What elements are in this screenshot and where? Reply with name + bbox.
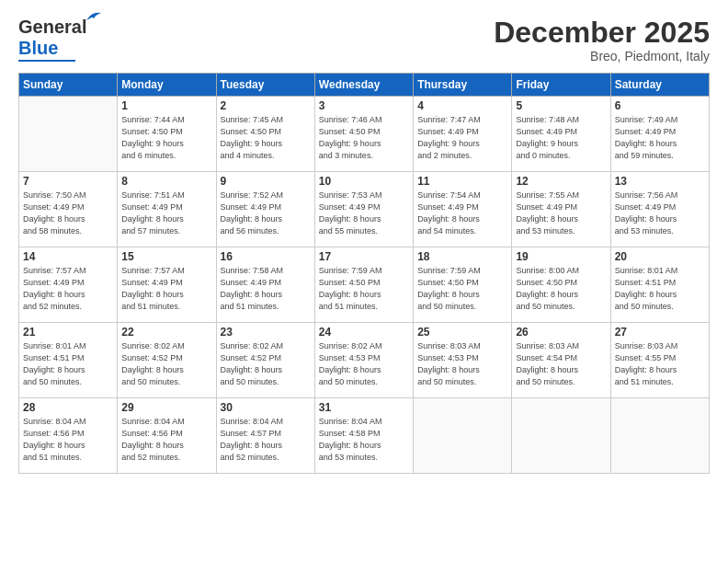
day-number: 13 [615,175,705,188]
col-wednesday: Wednesday [314,74,413,97]
table-row: 11Sunrise: 7:54 AMSunset: 4:49 PMDayligh… [414,172,512,247]
col-sunday: Sunday [19,74,118,97]
day-number: 16 [221,250,311,263]
col-thursday: Thursday [414,74,512,97]
table-row: 4Sunrise: 7:47 AMSunset: 4:49 PMDaylight… [414,97,512,172]
day-number: 15 [121,250,211,263]
day-number: 21 [23,326,113,339]
day-detail: Sunrise: 8:02 AMSunset: 4:53 PMDaylight:… [319,340,409,388]
day-detail: Sunrise: 7:49 AMSunset: 4:49 PMDaylight:… [615,114,705,162]
day-number: 5 [516,99,606,112]
table-row: 20Sunrise: 8:01 AMSunset: 4:51 PMDayligh… [610,247,709,323]
table-row: 23Sunrise: 8:02 AMSunset: 4:52 PMDayligh… [216,323,314,398]
month-title: December 2025 [494,17,710,49]
day-detail: Sunrise: 7:51 AMSunset: 4:49 PMDaylight:… [121,190,211,237]
day-detail: Sunrise: 8:04 AMSunset: 4:58 PMDaylight:… [319,416,409,464]
table-row: 6Sunrise: 7:49 AMSunset: 4:49 PMDaylight… [610,97,709,172]
day-number: 18 [417,250,507,263]
table-row: 16Sunrise: 7:58 AMSunset: 4:49 PMDayligh… [216,247,314,323]
table-row: 25Sunrise: 8:03 AMSunset: 4:53 PMDayligh… [414,323,512,398]
day-number: 10 [319,175,409,188]
day-detail: Sunrise: 7:59 AMSunset: 4:50 PMDaylight:… [319,265,409,313]
day-detail: Sunrise: 7:46 AMSunset: 4:50 PMDaylight:… [319,114,409,162]
table-row: 12Sunrise: 7:55 AMSunset: 4:49 PMDayligh… [512,172,610,247]
day-detail: Sunrise: 7:54 AMSunset: 4:49 PMDaylight:… [417,190,507,237]
calendar-header-row: Sunday Monday Tuesday Wednesday Thursday… [19,74,710,97]
day-number: 26 [516,326,606,339]
day-detail: Sunrise: 8:02 AMSunset: 4:52 PMDaylight:… [221,340,311,388]
table-row: 15Sunrise: 7:57 AMSunset: 4:49 PMDayligh… [118,247,216,323]
table-row [610,398,709,474]
table-row: 18Sunrise: 7:59 AMSunset: 4:50 PMDayligh… [414,247,512,323]
day-number: 1 [121,99,211,112]
calendar-week-row: 1Sunrise: 7:44 AMSunset: 4:50 PMDaylight… [19,97,710,172]
calendar-week-row: 28Sunrise: 8:04 AMSunset: 4:56 PMDayligh… [19,398,710,474]
day-detail: Sunrise: 7:50 AMSunset: 4:49 PMDaylight:… [23,190,113,237]
day-detail: Sunrise: 8:01 AMSunset: 4:51 PMDaylight:… [23,340,113,388]
logo-blue-text: Blue [18,38,58,59]
logo-general-text: General [18,17,86,37]
day-number: 17 [319,250,409,263]
day-detail: Sunrise: 8:02 AMSunset: 4:52 PMDaylight:… [121,340,211,388]
day-detail: Sunrise: 7:58 AMSunset: 4:49 PMDaylight:… [221,265,311,313]
calendar-week-row: 21Sunrise: 8:01 AMSunset: 4:51 PMDayligh… [19,323,710,398]
day-number: 8 [121,175,211,188]
day-number: 30 [221,401,311,414]
day-number: 9 [221,175,311,188]
logo-bird-icon [85,9,103,24]
day-detail: Sunrise: 7:47 AMSunset: 4:49 PMDaylight:… [417,114,507,162]
day-number: 25 [417,326,507,339]
day-number: 7 [23,175,113,188]
day-number: 19 [516,250,606,263]
calendar-week-row: 14Sunrise: 7:57 AMSunset: 4:49 PMDayligh… [19,247,710,323]
day-detail: Sunrise: 7:59 AMSunset: 4:50 PMDaylight:… [417,265,507,313]
col-saturday: Saturday [610,74,709,97]
logo-underline [18,60,75,62]
page: General Blue December 2025 Breo, Piedmon… [0,0,728,563]
table-row: 26Sunrise: 8:03 AMSunset: 4:54 PMDayligh… [512,323,610,398]
day-detail: Sunrise: 7:44 AMSunset: 4:50 PMDaylight:… [121,114,211,162]
table-row: 3Sunrise: 7:46 AMSunset: 4:50 PMDaylight… [314,97,413,172]
table-row: 22Sunrise: 8:02 AMSunset: 4:52 PMDayligh… [118,323,216,398]
day-number: 6 [615,99,705,112]
header: General Blue December 2025 Breo, Piedmon… [18,17,710,63]
day-detail: Sunrise: 7:53 AMSunset: 4:49 PMDaylight:… [319,190,409,237]
table-row: 2Sunrise: 7:45 AMSunset: 4:50 PMDaylight… [216,97,314,172]
table-row: 28Sunrise: 8:04 AMSunset: 4:56 PMDayligh… [19,398,118,474]
table-row: 27Sunrise: 8:03 AMSunset: 4:55 PMDayligh… [610,323,709,398]
day-detail: Sunrise: 8:03 AMSunset: 4:55 PMDaylight:… [615,340,705,388]
table-row [414,398,512,474]
day-detail: Sunrise: 7:55 AMSunset: 4:49 PMDaylight:… [516,190,606,237]
table-row: 31Sunrise: 8:04 AMSunset: 4:58 PMDayligh… [314,398,413,474]
day-number: 28 [23,401,113,414]
day-detail: Sunrise: 8:04 AMSunset: 4:56 PMDaylight:… [121,416,211,464]
day-number: 29 [121,401,211,414]
table-row: 17Sunrise: 7:59 AMSunset: 4:50 PMDayligh… [314,247,413,323]
day-number: 27 [615,326,705,339]
logo: General Blue [18,17,86,62]
day-number: 20 [615,250,705,263]
table-row: 5Sunrise: 7:48 AMSunset: 4:49 PMDaylight… [512,97,610,172]
day-number: 2 [221,99,311,112]
day-detail: Sunrise: 7:56 AMSunset: 4:49 PMDaylight:… [615,190,705,237]
table-row: 30Sunrise: 8:04 AMSunset: 4:57 PMDayligh… [216,398,314,474]
table-row [512,398,610,474]
table-row [19,97,118,172]
col-tuesday: Tuesday [216,74,314,97]
day-number: 23 [221,326,311,339]
table-row: 9Sunrise: 7:52 AMSunset: 4:49 PMDaylight… [216,172,314,247]
table-row: 1Sunrise: 7:44 AMSunset: 4:50 PMDaylight… [118,97,216,172]
col-friday: Friday [512,74,610,97]
calendar-week-row: 7Sunrise: 7:50 AMSunset: 4:49 PMDaylight… [19,172,710,247]
day-detail: Sunrise: 8:00 AMSunset: 4:50 PMDaylight:… [516,265,606,313]
day-number: 14 [23,250,113,263]
day-detail: Sunrise: 8:01 AMSunset: 4:51 PMDaylight:… [615,265,705,313]
table-row: 7Sunrise: 7:50 AMSunset: 4:49 PMDaylight… [19,172,118,247]
day-number: 12 [516,175,606,188]
location-subtitle: Breo, Piedmont, Italy [494,49,710,63]
calendar-table: Sunday Monday Tuesday Wednesday Thursday… [18,73,710,474]
table-row: 10Sunrise: 7:53 AMSunset: 4:49 PMDayligh… [314,172,413,247]
day-detail: Sunrise: 7:48 AMSunset: 4:49 PMDaylight:… [516,114,606,162]
table-row: 29Sunrise: 8:04 AMSunset: 4:56 PMDayligh… [118,398,216,474]
col-monday: Monday [118,74,216,97]
